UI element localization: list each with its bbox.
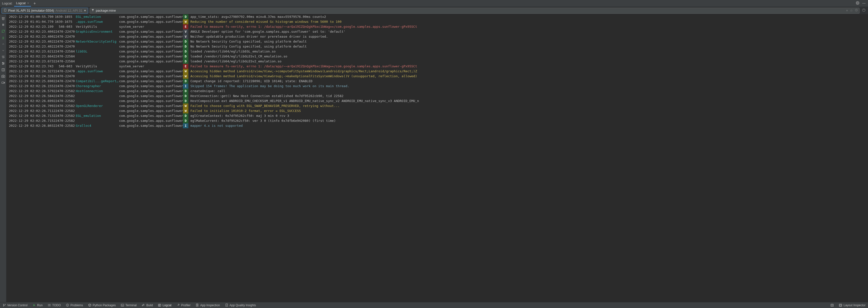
log-row[interactable]: 2022-12-29 02:02:26.80322470-22582Grallo… [6,123,868,128]
status-profiler[interactable]: Profiler [174,302,193,308]
svg-rect-18 [2,82,4,84]
status-terminal[interactable]: Terminal [118,302,139,308]
help-icon[interactable] [861,8,867,12]
log-process: com.google.samples.apps.sunflower [119,84,181,89]
log-level-badge: D [183,44,188,49]
previous-icon[interactable] [1,42,5,46]
log-row[interactable]: 2022-12-29 02:02:26.15522470-22470Choreo… [6,84,868,89]
logcat-left-gutter [0,14,6,302]
status-events-icon[interactable] [828,302,836,308]
log-row[interactable]: 2022-12-29 02:02:26.71322470-22582EGL_em… [6,114,868,118]
star-filter-icon[interactable]: ☆ [850,9,853,12]
log-pid: 22470-22582 [54,118,76,123]
log-level-badge: D [183,98,188,103]
branch-icon [2,304,6,307]
log-row[interactable]: 2022-12-29 02:02:24.32822470-22470com.go… [6,74,868,79]
status-app-quality[interactable]: App Quality Insights [222,302,258,308]
log-row[interactable]: 2022-12-29 02:02:26.70922470-22582OpenGL… [6,103,868,109]
log-timestamp: 2022-12-29 02:02:26.709 [9,103,54,109]
list-icon [48,304,51,307]
log-message: ANGLE Developer option for 'com.google.s… [190,29,868,34]
next-icon[interactable] [1,49,5,53]
log-message: No Network Security Config specified, us… [190,44,868,49]
scroll-end-icon[interactable] [1,36,5,40]
status-version-control[interactable]: Version Control [0,302,30,308]
log-row[interactable]: 2022-12-29 02:02:23.40222470-22470Networ… [6,39,868,44]
trash-icon[interactable] [1,16,5,20]
status-build[interactable]: Build [139,302,155,308]
log-pid: 22470-22470 [54,29,76,34]
log-row[interactable]: 2022-12-29 02:02:23.40222470-22470com.go… [6,44,868,49]
log-pid: 22470-22584 [54,49,76,54]
log-message: HostComposition ext ANDROID_EMU_CHECKSUM… [190,98,868,103]
log-table[interactable]: 2022-12-29 01:00:55.7901639-1855EGL_emul… [6,14,868,302]
log-timestamp: 2022-12-29 02:02:26.711 [9,109,54,114]
configure-icon[interactable] [1,61,5,65]
device-secondary-label: Android 12, API 31 [56,9,82,12]
log-process: com.google.samples.apps.sunflower [119,109,181,114]
tab-add-icon[interactable]: + [33,1,36,6]
log-row[interactable]: 2022-12-29 01:01:04.7701639-1675.apps.su… [6,19,868,24]
log-row[interactable]: 2022-12-29 02:02:25.69022470-22470Compat… [6,79,868,84]
log-level-badge: D [183,94,188,98]
status-todo[interactable]: TODO [45,302,63,308]
log-row[interactable]: 2022-12-29 01:00:55.7901639-1855EGL_emul… [6,14,868,19]
status-logcat[interactable]: Logcat [155,302,174,308]
log-row[interactable]: 2022-12-29 02:02:24.32722470-22470.apps.… [6,69,868,74]
log-pid: 22470-22584 [54,54,76,59]
device-selector[interactable]: Pixel XL API 31 (emulator-5554) Android … [1,8,88,13]
tab-logcat[interactable]: Logcat × [14,0,31,7]
log-timestamp: 2022-12-29 02:02:23.400 [9,34,54,39]
log-row[interactable]: 2022-12-29 02:02:23.743546-603VerityUtil… [6,64,868,69]
log-row[interactable]: 2022-12-29 02:02:26.69922470-22582com.go… [6,98,868,103]
log-level-badge: W [183,74,188,79]
log-row[interactable]: 2022-12-29 02:02:26.57922470-22582HostCo… [6,89,868,94]
clear-filter-icon[interactable]: × [846,9,848,12]
log-row[interactable]: 2022-12-29 02:02:23.199546-603VerityUtil… [6,24,868,29]
log-timestamp: 2022-12-29 02:02:23.402 [9,39,54,44]
split-icon[interactable] [1,68,5,72]
status-python-packages[interactable]: Python Packages [85,302,118,308]
record-icon[interactable] [1,81,5,85]
log-row[interactable]: 2022-12-29 02:02:26.71522470-22582com.go… [6,118,868,123]
log-level-badge: W [183,69,188,74]
restart-icon[interactable] [1,29,5,33]
log-level-badge: V [183,29,188,34]
log-pid: 22470-22470 [54,79,76,84]
status-layout-inspector[interactable]: Layout Inspector [836,302,868,308]
log-timestamp: 2022-12-29 02:02:24.327 [9,69,54,74]
log-row[interactable]: 2022-12-29 02:02:23.67322470-22584com.go… [6,59,868,64]
screenshot-icon[interactable] [1,74,5,78]
soft-wrap-icon[interactable] [1,55,5,59]
log-level-badge: D [183,118,188,123]
filter-input-wrap[interactable]: × ☆ [90,8,860,13]
log-timestamp: 2022-12-29 02:02:23.673 [9,59,54,64]
log-process: com.google.samples.apps.sunflower [119,98,181,103]
log-row[interactable]: 2022-12-29 02:02:26.71122470-22582com.go… [6,109,868,114]
tab-close-icon[interactable]: × [27,1,29,5]
log-row[interactable]: 2022-12-29 02:02:23.40022470-22470Graphi… [6,29,868,34]
log-level-badge: W [183,109,188,114]
pause-icon[interactable] [1,23,5,27]
log-message: mapper 4.x is not supported [190,123,868,128]
status-run[interactable]: Run [30,302,45,308]
log-tag: Choreographer [76,84,119,89]
status-app-inspection[interactable]: App Inspection [193,302,222,308]
status-item-label: Version Control [7,304,28,307]
status-problems[interactable]: Problems [63,302,86,308]
minimize-icon[interactable]: — [862,1,866,5]
log-row[interactable]: 2022-12-29 02:02:23.40022470-22470com.go… [6,34,868,39]
log-row[interactable]: 2022-12-29 02:02:23.66422470-22584com.go… [6,54,868,59]
log-level-badge: E [183,24,188,29]
log-pid: 22470-22470 [54,69,76,74]
log-process: system_server [119,24,181,29]
filter-input[interactable] [96,9,846,12]
log-row[interactable]: 2022-12-29 02:02:26.58422470-22582com.go… [6,94,868,98]
log-level-badge: D [183,39,188,44]
log-timestamp: 2022-12-29 02:02:26.579 [9,89,54,94]
gear-icon[interactable] [856,1,859,5]
log-pid: 22470-22582 [54,109,76,114]
history-filter-icon[interactable] [855,9,858,12]
log-level-badge: D [183,49,188,54]
log-row[interactable]: 2022-12-29 02:02:23.62122470-22584libEGL… [6,49,868,54]
